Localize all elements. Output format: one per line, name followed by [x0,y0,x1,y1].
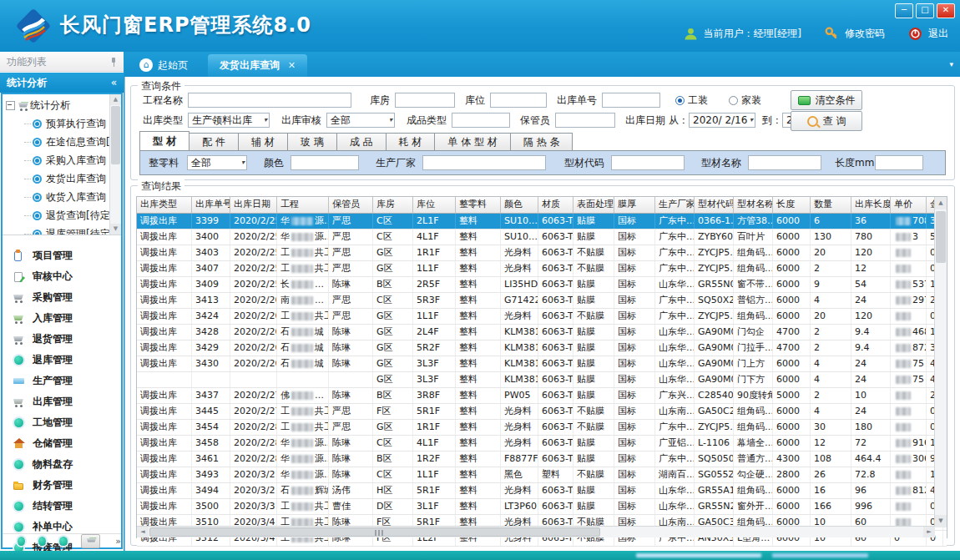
sidebar-item-dot[interactable]: 物料盘存 [3,454,121,475]
table-row[interactable]: 调拨出库34542020/2/28工共工程严思G区1R1F整料光身料6063-T… [137,420,947,436]
column-header[interactable]: 生产厂家 [655,197,695,213]
cart-module-button[interactable] [81,534,101,548]
table-vscroll-thumb[interactable] [936,211,946,263]
profile-name-input[interactable] [748,155,821,170]
material-tab[interactable]: 成 品 [337,133,387,151]
pin-icon[interactable] [110,58,117,67]
tree-item[interactable]: 发货出库查询 [3,169,109,188]
more-modules-chevron[interactable]: » [115,536,121,547]
column-header[interactable]: 出库单号 [192,197,230,213]
table-row[interactable]: G区3L3F整料KLM38176063-T5贴膜国标山东华…GA90M09.门下… [137,372,947,388]
sidebar-item-folder[interactable]: 财务管理 [3,475,121,496]
column-header[interactable]: 数量 [811,197,851,213]
manufacturer-input[interactable] [422,155,546,170]
table-row[interactable]: 调拨出库34932020/3/2华源…陈琳C区1L1F整料黑色塑料不贴膜国标湖南… [137,467,947,483]
tree-root-statistics[interactable]: 统计分析 [3,96,109,114]
column-header[interactable]: 型材名称 [734,197,773,213]
sidebar-item-dot[interactable]: 结转管理 [3,496,121,517]
tree-item[interactable]: 退货查询[待定] [3,206,109,225]
table-row[interactable]: 调拨出库34302020/2/26石城陈琳G区3L3F整料KLM38176063… [137,356,947,372]
table-row[interactable]: 调拨出库34372020/2/27佛…陈琳B区3R8F整料PW056063-T5… [137,388,947,404]
search-button[interactable]: 查 询 [791,111,862,131]
column-header[interactable]: 出库长度 [851,197,891,213]
color-input[interactable] [291,155,359,170]
module-dot-icon[interactable] [18,537,25,546]
clear-conditions-button[interactable]: 清空条件 [791,90,862,110]
sidebar-item-cart[interactable]: 采购管理 [3,287,121,308]
column-header[interactable]: 颜色 [501,197,538,213]
material-tab[interactable]: 隔 热 条 [511,133,573,151]
table-horizontal-scrollbar[interactable]: ◄ ► [137,526,935,537]
table-row[interactable]: 调拨出库34452020/2/27工共工程严思F区5R1F整料光身料6063-T… [137,404,947,420]
radio-jiazhuang[interactable]: 家装 [729,93,761,108]
column-header[interactable]: 表面处理 [573,197,614,213]
keeper-input[interactable] [555,113,615,128]
radio-gongzhuang[interactable]: 工装 [675,93,708,108]
column-header[interactable]: 出库类型 [137,197,192,213]
scroll-right-icon[interactable]: ► [923,527,935,537]
table-row[interactable]: 调拨出库34292020/2/26石城陈琳G区5R2F整料KLM38176063… [137,341,947,356]
audit-select[interactable]: 全部▾ [326,113,395,128]
column-header[interactable]: 保管员 [329,197,373,213]
warehouse-input[interactable] [395,93,455,108]
change-password-link[interactable]: 修改密码 [845,27,885,41]
tree-vscroll-thumb[interactable] [111,106,120,164]
tree-item[interactable]: 收货入库查询 [3,188,109,206]
close-button[interactable]: ✕ [937,3,955,18]
table-row[interactable]: 调拨出库34092020/2/25长…陈琳B区2R5F整料LI35HD6063-… [137,277,947,293]
sidebar-item-machine[interactable]: 生产管理 [3,371,121,391]
product-type-input[interactable] [452,113,510,128]
sidebar-item-note[interactable]: 审核中心 [3,266,121,287]
tree-item[interactable]: 采购入库查询 [3,151,109,169]
sidebar-item-cart-in[interactable]: 入库管理 [3,308,121,329]
material-tab[interactable]: 辅 材 [239,133,288,151]
tab-close-icon[interactable]: ✕ [288,60,296,71]
scroll-down-icon[interactable]: ▼ [110,224,121,235]
length-input[interactable] [875,155,923,170]
scroll-left-icon[interactable]: ◄ [3,235,13,235]
collapse-icon[interactable]: « [111,73,117,93]
scroll-up-icon[interactable]: ▲ [935,197,947,209]
material-tab[interactable]: 型 材 [139,131,189,151]
table-row[interactable]: 调拨出库34072020/2/25工共工程严思G区1L1F整料光身料6063-T… [137,261,947,277]
scroll-left-icon[interactable]: ◄ [137,527,149,537]
tree-item[interactable]: 在途信息查询[待 [3,133,109,151]
table-hscroll-thumb[interactable] [149,527,600,537]
profile-code-input[interactable] [611,155,685,170]
tree-vertical-scrollbar[interactable]: ▲ ▼ [109,94,121,235]
table-row[interactable]: 调拨出库34242020/2/26工共工程严思G区1L1F整料光身料6063-T… [137,309,947,325]
table-row[interactable]: 调拨出库34612020/2/28华源…陈琳B区1R2F整料F8877FT606… [137,452,947,467]
maximize-button[interactable]: □ [916,3,934,18]
minimize-button[interactable]: ─ [895,3,913,18]
table-row[interactable]: 调拨出库34132020/2/26南…严思C区5R3F整料G714226063-… [137,293,947,309]
module-dot-icon[interactable] [38,537,46,546]
sidebar-item-dot[interactable]: 退库管理 [3,350,121,371]
column-header[interactable]: 出库日期 [230,197,277,213]
column-header[interactable]: 库房 [373,197,413,213]
scroll-up-icon[interactable]: ▲ [110,94,121,105]
tree-item[interactable]: 预算执行查询 [3,114,109,133]
tab-shipping-outbound-query[interactable]: 发货出库查询 ✕ [208,54,307,77]
table-row[interactable]: 调拨出库34582020/2/28华源…陈琳C区4L1F整料光身料6063-T5… [137,436,947,452]
logout-link[interactable]: 退出 [928,27,948,41]
scroll-right-icon[interactable]: ► [110,235,121,235]
tree-expand-icon[interactable] [6,101,15,110]
material-tab[interactable]: 耗 材 [387,133,436,151]
module-dot-icon[interactable] [59,537,67,546]
outbound-type-select[interactable]: 生产领料出库▾ [188,113,270,128]
column-header[interactable]: 整零料 [456,197,501,213]
table-row[interactable]: 调拨出库34032020/2/25工共工程严思G区1R1F整料光身料6063-T… [137,245,947,261]
outbound-no-input[interactable] [602,93,660,108]
whole-part-select[interactable]: 全部▾ [187,155,247,170]
tab-home[interactable]: ⌂ 起始页 [129,55,198,75]
sidebar-item-clipboard[interactable]: 项目管理 [3,245,121,266]
tab-list-dropdown-icon[interactable]: ▾ [949,60,953,68]
material-tab[interactable]: 玻 璃 [288,133,337,151]
material-tab[interactable]: 配 件 [189,133,239,151]
column-header[interactable]: 型材代码 [695,197,734,213]
date-from-select[interactable]: 2020/ 2/16▾ [689,113,755,128]
table-row[interactable]: 调拨出库34942020/3/2石辉城汤伟H区5R1F整料光身料6063-T5贴… [137,483,947,499]
column-header[interactable]: 单价 [891,197,927,213]
column-header[interactable]: 库位 [413,197,456,213]
sidebar-item-home[interactable]: 仓储管理 [3,433,121,454]
